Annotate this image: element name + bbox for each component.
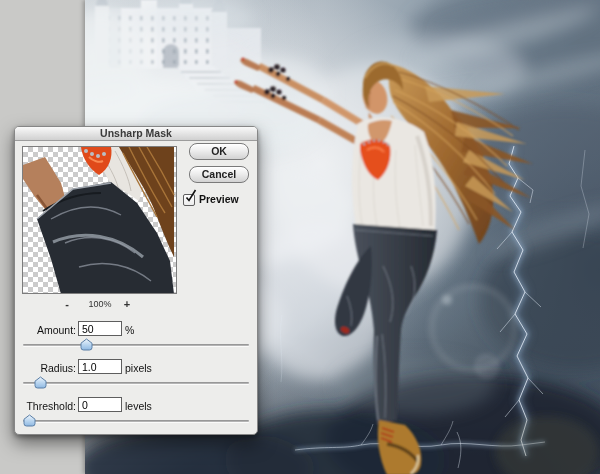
amount-label: Amount: <box>15 324 76 336</box>
radius-unit: pixels <box>125 362 152 374</box>
filter-preview[interactable] <box>22 146 177 294</box>
amount-slider-track[interactable] <box>23 344 249 346</box>
preview-checkbox-label: Preview <box>199 193 239 205</box>
checkmark-icon <box>184 189 198 203</box>
radius-label: Radius: <box>15 362 76 374</box>
amount-slider-thumb[interactable] <box>80 338 93 351</box>
cancel-button[interactable]: Cancel <box>189 166 249 183</box>
radius-slider-thumb[interactable] <box>34 376 47 389</box>
threshold-slider-thumb[interactable] <box>23 414 36 427</box>
preview-zoom-controls: - 100% + <box>15 298 182 310</box>
amount-unit: % <box>125 324 134 336</box>
radius-slider-track[interactable] <box>23 382 249 384</box>
ok-button[interactable]: OK <box>189 143 249 160</box>
dialog-title: Unsharp Mask <box>100 127 172 139</box>
zoom-level: 100% <box>77 299 123 309</box>
unsharp-mask-dialog: Unsharp Mask <box>14 126 258 435</box>
amount-input[interactable] <box>78 321 122 336</box>
threshold-slider-track[interactable] <box>23 420 249 422</box>
threshold-input[interactable] <box>78 397 122 412</box>
zoom-out-button[interactable]: - <box>59 298 75 310</box>
threshold-unit: levels <box>125 400 152 412</box>
preview-image <box>23 147 176 293</box>
photoshop-workspace: Unsharp Mask <box>0 0 600 474</box>
zoom-in-button[interactable]: + <box>119 298 135 310</box>
threshold-label: Threshold: <box>15 400 76 412</box>
dialog-titlebar[interactable]: Unsharp Mask <box>15 127 257 141</box>
radius-input[interactable] <box>78 359 122 374</box>
